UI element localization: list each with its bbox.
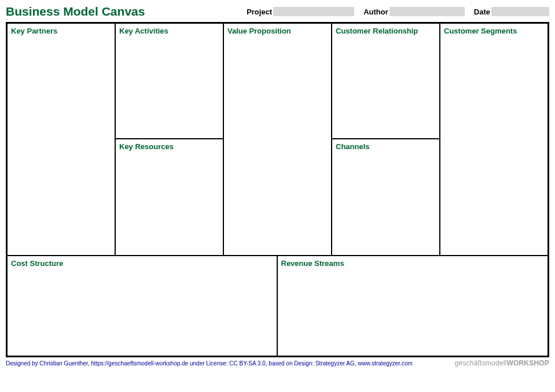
label-customer-segments: Customer Segments (444, 27, 544, 35)
footer-brand: geschäftsmodellWORKSHOP (455, 359, 549, 367)
author-field: Author (363, 7, 465, 16)
brand-suffix: WORKSHOP (506, 359, 549, 367)
canvas-grid: Key Partners Key Activities Key Resource… (6, 22, 549, 357)
cell-revenue-streams[interactable]: Revenue Streams (278, 256, 548, 356)
date-label: Date (474, 8, 490, 16)
canvas-top-row: Key Partners Key Activities Key Resource… (8, 24, 547, 255)
label-key-partners: Key Partners (11, 27, 111, 35)
footer-attribution: Designed by Christian Guenther, https://… (6, 360, 413, 367)
footer: Designed by Christian Guenther, https://… (6, 359, 549, 367)
label-customer-relationship: Customer Relationship (336, 27, 436, 35)
cell-customer-segments[interactable]: Customer Segments (440, 24, 547, 255)
cell-cost-structure[interactable]: Cost Structure (8, 256, 278, 356)
col-customer-segments: Customer Segments (440, 24, 547, 255)
col-key-partners: Key Partners (8, 24, 116, 255)
label-revenue-streams: Revenue Streams (281, 259, 545, 268)
project-input[interactable] (273, 7, 354, 16)
label-key-resources: Key Resources (119, 142, 219, 151)
brand-prefix: geschäftsmodell (455, 359, 507, 367)
meta-fields: Project Author Date (247, 7, 549, 16)
cell-key-activities[interactable]: Key Activities (116, 24, 223, 139)
project-label: Project (247, 8, 272, 16)
cell-key-resources[interactable]: Key Resources (116, 139, 223, 255)
label-channels: Channels (336, 142, 436, 151)
col-relationship-channels: Customer Relationship Channels (332, 24, 440, 255)
cell-customer-relationship[interactable]: Customer Relationship (332, 24, 439, 139)
label-key-activities: Key Activities (119, 27, 219, 35)
cell-key-partners[interactable]: Key Partners (8, 24, 115, 255)
author-input[interactable] (389, 7, 465, 16)
date-input[interactable] (491, 7, 549, 16)
col-value-proposition: Value Proposition (224, 24, 332, 255)
canvas-bottom-row: Cost Structure Revenue Streams (8, 255, 547, 356)
page-title: Business Model Canvas (6, 5, 145, 19)
author-label: Author (363, 8, 388, 16)
cell-channels[interactable]: Channels (332, 139, 439, 255)
label-value-proposition: Value Proposition (227, 27, 328, 35)
header: Business Model Canvas Project Author Dat… (6, 5, 549, 19)
cell-value-proposition[interactable]: Value Proposition (224, 24, 331, 255)
project-field: Project (247, 7, 354, 16)
date-field: Date (474, 7, 549, 16)
col-activities-resources: Key Activities Key Resources (116, 24, 224, 255)
label-cost-structure: Cost Structure (11, 259, 273, 268)
